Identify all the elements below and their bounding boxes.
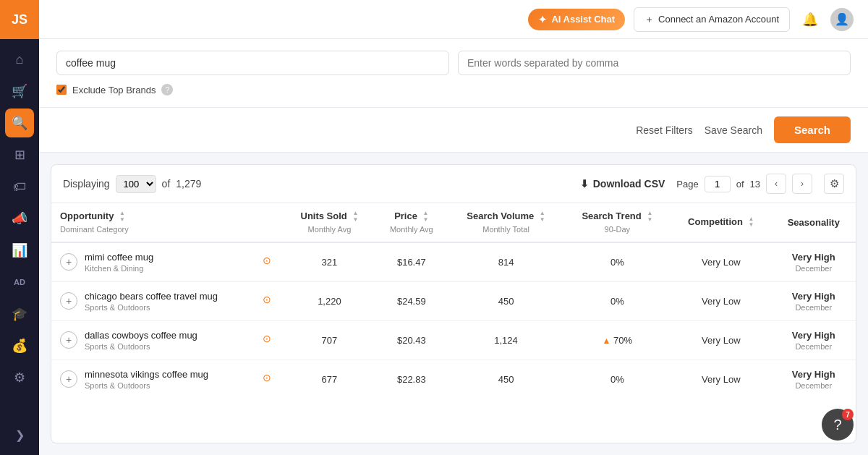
exclude-top-brands-checkbox[interactable] bbox=[56, 85, 67, 95]
reset-filters-button[interactable]: Reset Filters bbox=[636, 124, 693, 136]
cell-seas-2: Very High December bbox=[772, 320, 856, 360]
cell-comp-3: Very Low bbox=[671, 360, 772, 399]
col-comp-label: Competition bbox=[688, 216, 743, 227]
sort-st-icon: ▲▼ bbox=[647, 211, 652, 224]
add-opportunity-btn-0[interactable]: + bbox=[60, 253, 77, 271]
help-badge: 7 bbox=[842, 409, 854, 420]
filter-row bbox=[56, 51, 851, 75]
opp-name-1: chicago bears coffee travel mug bbox=[85, 291, 218, 302]
content-area: Exclude Top Brands ? Reset Filters Save … bbox=[39, 39, 868, 455]
opp-name-3: minnesota vikings coffee mug bbox=[85, 369, 208, 380]
main-content: ✦ AI Assist Chat ＋ Connect an Amazon Acc… bbox=[39, 0, 868, 455]
cell-sv-2: 1,124 bbox=[448, 320, 563, 360]
pagination: Page of 13 ‹ › bbox=[676, 174, 812, 194]
cell-comp-1: Very Low bbox=[671, 281, 772, 320]
help-icon: ? bbox=[833, 417, 841, 433]
per-page-select[interactable]: 100 50 25 bbox=[116, 175, 156, 193]
table-body: + mimi coffee mug Kitchen & Dining ⊙ 321… bbox=[51, 242, 856, 399]
add-opportunity-btn-1[interactable]: + bbox=[60, 292, 77, 310]
sidebar-nav: ⌂ 🛒 🔍 ⊞ 🏷 📣 📊 AD 🎓 💰 ⚙ bbox=[5, 39, 34, 414]
exclude-top-brands-row: Exclude Top Brands ? bbox=[56, 84, 851, 95]
results-table: Opportunity ▲▼ Dominant Category Units S… bbox=[51, 203, 856, 399]
sidebar-item-settings2[interactable]: ⚙ bbox=[5, 363, 34, 392]
cell-price-0: $16.47 bbox=[375, 242, 448, 282]
cell-seas-0: Very High December bbox=[772, 242, 856, 282]
cell-trend-0: 0% bbox=[564, 242, 671, 282]
cell-seas-1: Very High December bbox=[772, 281, 856, 320]
col-opportunity[interactable]: Opportunity ▲▼ Dominant Category bbox=[51, 203, 284, 242]
display-info: Displaying 100 50 25 of 1,279 bbox=[63, 175, 201, 193]
cell-sv-1: 450 bbox=[448, 281, 563, 320]
search-input[interactable] bbox=[56, 51, 449, 75]
download-csv-label: Download CSV bbox=[593, 178, 665, 190]
ai-chat-button[interactable]: ✦ AI Assist Chat bbox=[528, 9, 625, 30]
results-section: Displaying 100 50 25 of 1,279 ⬇ Download… bbox=[51, 164, 856, 443]
sidebar-item-search[interactable]: 🔍 bbox=[5, 109, 34, 137]
prev-page-button[interactable]: ‹ bbox=[766, 174, 786, 194]
ai-chat-label: AI Assist Chat bbox=[551, 14, 615, 25]
add-opportunity-btn-2[interactable]: + bbox=[60, 331, 77, 349]
page-input[interactable] bbox=[705, 176, 731, 192]
sidebar-item-grid[interactable]: ⊞ bbox=[5, 140, 34, 169]
add-opportunity-btn-3[interactable]: + bbox=[60, 370, 77, 388]
filter-section: Exclude Top Brands ? bbox=[39, 39, 868, 108]
col-price-sub: Monthly Avg bbox=[390, 225, 433, 234]
download-csv-button[interactable]: ⬇ Download CSV bbox=[580, 178, 665, 190]
sidebar-item-tag[interactable]: 🏷 bbox=[5, 172, 34, 201]
sidebar-item-chart[interactable]: 📊 bbox=[5, 236, 34, 265]
results-table-scroll: Opportunity ▲▼ Dominant Category Units S… bbox=[51, 203, 856, 399]
opp-cat-2: Sports & Outdoors bbox=[85, 342, 197, 351]
sort-price-icon: ▲▼ bbox=[423, 211, 429, 224]
amazon-icon-1[interactable]: ⊙ bbox=[258, 291, 276, 308]
save-search-button[interactable]: Save Search bbox=[705, 124, 762, 136]
sidebar-expand-btn[interactable]: ❯ bbox=[5, 420, 34, 449]
cell-price-2: $20.43 bbox=[375, 320, 448, 360]
next-page-button[interactable]: › bbox=[792, 174, 812, 194]
col-competition[interactable]: Competition ▲▼ bbox=[671, 203, 772, 242]
col-seasonality[interactable]: Seasonality bbox=[772, 203, 856, 242]
opp-cat-3: Sports & Outdoors bbox=[85, 381, 208, 390]
amazon-icon-3[interactable]: ⊙ bbox=[258, 369, 276, 386]
cell-price-3: $22.83 bbox=[375, 360, 448, 399]
notification-icon[interactable]: 🔔 bbox=[799, 8, 822, 31]
amazon-icon-0[interactable]: ⊙ bbox=[258, 252, 276, 269]
exclude-words-input[interactable] bbox=[458, 51, 851, 75]
cell-sv-0: 814 bbox=[448, 242, 563, 282]
of-pages-label: of bbox=[736, 179, 744, 190]
col-price[interactable]: Price ▲▼ Monthly Avg bbox=[375, 203, 448, 242]
search-button[interactable]: Search bbox=[774, 116, 851, 143]
cell-opportunity-0: + mimi coffee mug Kitchen & Dining ⊙ bbox=[51, 242, 284, 282]
table-row: + minnesota vikings coffee mug Sports & … bbox=[51, 360, 856, 399]
col-units-sold[interactable]: Units Sold ▲▼ Monthly Avg bbox=[284, 203, 375, 242]
help-bubble[interactable]: ? 7 bbox=[822, 409, 854, 441]
sidebar-item-graduation[interactable]: 🎓 bbox=[5, 299, 34, 328]
table-row: + chicago bears coffee travel mug Sports… bbox=[51, 281, 856, 320]
cell-trend-3: 0% bbox=[564, 360, 671, 399]
sort-sv-icon: ▲▼ bbox=[540, 211, 545, 224]
col-search-trend[interactable]: Search Trend ▲▼ 90-Day bbox=[564, 203, 671, 242]
sidebar-item-ad[interactable]: AD bbox=[5, 268, 34, 297]
cell-opportunity-1: + chicago bears coffee travel mug Sports… bbox=[51, 281, 284, 320]
col-search-volume[interactable]: Search Volume ▲▼ Monthly Total bbox=[448, 203, 563, 242]
exclude-top-brands-help-icon[interactable]: ? bbox=[161, 84, 173, 95]
avatar[interactable]: 👤 bbox=[830, 8, 854, 31]
total-count: 1,279 bbox=[176, 178, 201, 190]
opp-cat-1: Sports & Outdoors bbox=[85, 303, 218, 312]
col-seas-label: Seasonality bbox=[788, 217, 840, 228]
cell-comp-2: Very Low bbox=[671, 320, 772, 360]
table-settings-button[interactable]: ⚙ bbox=[824, 174, 844, 194]
sidebar-item-megaphone[interactable]: 📣 bbox=[5, 204, 34, 233]
amazon-icon-2[interactable]: ⊙ bbox=[258, 330, 276, 347]
connect-amazon-button[interactable]: ＋ Connect an Amazon Account bbox=[634, 7, 790, 32]
sidebar-item-home[interactable]: ⌂ bbox=[5, 45, 34, 74]
sidebar-item-coin[interactable]: 💰 bbox=[5, 331, 34, 360]
sidebar-logo: JS bbox=[0, 0, 39, 39]
sidebar-item-shop[interactable]: 🛒 bbox=[5, 77, 34, 106]
sort-units-icon: ▲▼ bbox=[352, 211, 358, 224]
col-price-label: Price bbox=[394, 211, 417, 221]
cell-units-2: 707 bbox=[284, 320, 375, 360]
col-st-sub: 90-Day bbox=[605, 225, 630, 234]
cell-units-1: 1,220 bbox=[284, 281, 375, 320]
sidebar-bottom: ❯ bbox=[5, 414, 34, 455]
cell-units-0: 321 bbox=[284, 242, 375, 282]
